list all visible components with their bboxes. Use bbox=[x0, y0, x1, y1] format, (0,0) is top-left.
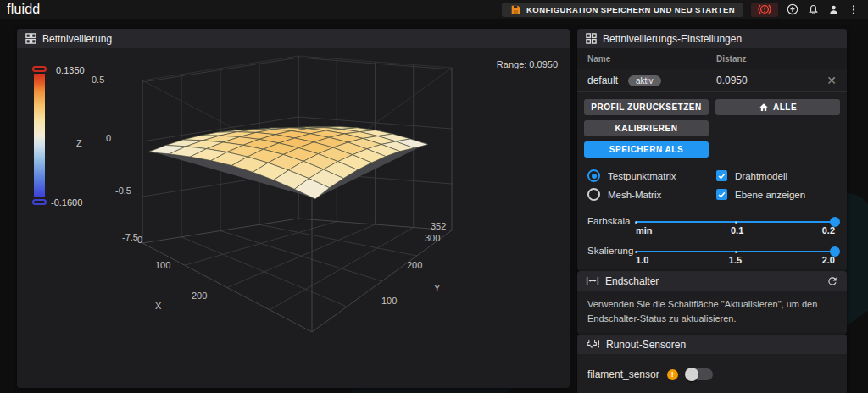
calibrate-button[interactable]: KALIBRIEREN bbox=[584, 120, 709, 136]
settings-panel-title: Bettnivellierungs-Einstellungen bbox=[603, 33, 742, 45]
app-bar: fluidd KONFIGURATION SPEICHERN UND NEU S… bbox=[0, 0, 868, 19]
radio-mesh-matrix-label: Mesh-Matrix bbox=[608, 190, 661, 200]
refresh-endstops-button[interactable] bbox=[826, 275, 838, 287]
checkbox-flat-plane-label: Ebene anzeigen bbox=[735, 190, 805, 200]
bed-mesh-settings-panel: Bettnivellierungs-Einstellungen Name Dis… bbox=[577, 29, 847, 271]
svg-text:100: 100 bbox=[155, 260, 170, 270]
svg-text:300: 300 bbox=[425, 233, 440, 243]
arrow-up-circle-icon bbox=[786, 3, 799, 16]
checkbox-flat-plane[interactable]: Ebene anzeigen bbox=[716, 188, 837, 201]
reset-profile-button[interactable]: PROFIL ZURÜCKSETZEN bbox=[584, 99, 709, 115]
svg-text:0: 0 bbox=[137, 235, 142, 245]
column-distanz: Distanz bbox=[716, 54, 837, 64]
kebab-menu-icon bbox=[848, 3, 860, 16]
grid-icon bbox=[25, 33, 36, 44]
slider-tick: 1.0 bbox=[636, 255, 648, 265]
mesh-range-label: Range: 0.0950 bbox=[497, 59, 558, 69]
radio-probed-matrix[interactable]: Testpunktmatrix bbox=[587, 169, 716, 182]
close-icon[interactable]: ✕ bbox=[826, 75, 837, 86]
svg-text:200: 200 bbox=[407, 260, 422, 270]
svg-text:200: 200 bbox=[192, 291, 207, 301]
colorbar: 0.1350 -0.1600 bbox=[32, 66, 134, 205]
radio-mesh-matrix[interactable]: Mesh-Matrix bbox=[587, 188, 716, 201]
colorbar-min-cap bbox=[32, 199, 47, 205]
slider-tick: 1.5 bbox=[729, 255, 742, 265]
settings-panel-header[interactable]: Bettnivellierungs-Einstellungen bbox=[577, 29, 847, 48]
grid-icon bbox=[586, 33, 597, 44]
sensor-name: filament_sensor bbox=[587, 368, 659, 380]
slider-tick: 0.1 bbox=[731, 225, 743, 235]
slider-tick: min bbox=[636, 225, 653, 235]
runout-panel-title: Runout-Sensoren bbox=[606, 339, 686, 351]
emergency-stop-icon bbox=[758, 3, 771, 16]
colorbar-max-cap bbox=[32, 66, 47, 72]
nozzle-alert-icon bbox=[586, 339, 600, 351]
home-all-label: ALLE bbox=[773, 102, 797, 112]
svg-text:-7.5: -7.5 bbox=[122, 232, 138, 242]
alert-circle-icon: ! bbox=[667, 369, 678, 380]
notifications-button[interactable] bbox=[807, 3, 820, 16]
radio-icon bbox=[587, 188, 600, 201]
endstops-help-text: Verwenden Sie die Schaltfläche "Aktualis… bbox=[577, 291, 847, 335]
color-scale-slider[interactable]: min 0.1 0.2 bbox=[636, 215, 835, 235]
profile-distanz: 0.0950 bbox=[716, 75, 826, 86]
update-button[interactable] bbox=[786, 3, 799, 16]
bed-mesh-plot[interactable]: 0.50-0.5-7.50100200100200300352ZXY Range… bbox=[17, 48, 570, 388]
bed-mesh-panel-header[interactable]: Bettnivellierung bbox=[17, 29, 570, 48]
endstops-panel: Endschalter Verwenden Sie die Schaltfläc… bbox=[577, 271, 847, 335]
runout-sensors-panel: Runout-Sensoren filament_sensor ! bbox=[577, 335, 847, 393]
color-scale-slider-label: Farbskala bbox=[587, 215, 636, 235]
radio-probed-matrix-label: Testpunktmatrix bbox=[608, 171, 676, 181]
checkbox-icon bbox=[716, 189, 727, 200]
active-badge: aktiv bbox=[628, 75, 661, 86]
slider-thumb[interactable] bbox=[830, 217, 840, 227]
endstops-panel-header[interactable]: Endschalter bbox=[577, 271, 847, 291]
overflow-menu-button[interactable] bbox=[848, 3, 860, 16]
checkbox-icon bbox=[716, 170, 727, 181]
app-logo[interactable]: fluidd bbox=[7, 2, 40, 17]
svg-text:X: X bbox=[155, 301, 162, 311]
runout-panel-header[interactable]: Runout-Sensoren bbox=[577, 335, 847, 354]
svg-text:352: 352 bbox=[431, 221, 446, 231]
profiles-table-header: Name Distanz bbox=[577, 48, 847, 69]
person-icon bbox=[827, 3, 840, 16]
scale-slider[interactable]: 1.0 1.5 2.0 bbox=[636, 245, 835, 265]
slider-thumb[interactable] bbox=[830, 246, 840, 257]
checkbox-wireframe-label: Drahtmodell bbox=[735, 171, 787, 181]
save-config-restart-button[interactable]: KONFIGURATION SPEICHERN UND NEU STARTEN bbox=[502, 3, 743, 17]
toggle-knob bbox=[685, 368, 698, 381]
right-column: Bettnivellierungs-Einstellungen Name Dis… bbox=[577, 29, 847, 393]
expand-horizontal-icon bbox=[586, 275, 599, 286]
home-all-button[interactable]: ALLE bbox=[715, 99, 840, 115]
profile-name: default bbox=[587, 75, 618, 86]
sensor-toggle[interactable] bbox=[686, 368, 713, 380]
user-button[interactable] bbox=[827, 3, 840, 16]
bell-icon bbox=[807, 3, 820, 16]
save-as-button[interactable]: SPEICHERN ALS bbox=[584, 141, 709, 158]
colorbar-max-label: 0.1350 bbox=[56, 65, 85, 75]
home-icon bbox=[759, 102, 769, 113]
emergency-stop-button[interactable] bbox=[751, 3, 778, 17]
scale-slider-label: Skalierung bbox=[587, 245, 636, 265]
checkbox-wireframe[interactable]: Drahtmodell bbox=[716, 169, 837, 182]
bed-mesh-panel-title: Bettnivellierung bbox=[42, 33, 112, 45]
refresh-icon bbox=[826, 275, 838, 287]
save-icon bbox=[510, 4, 521, 15]
svg-text:100: 100 bbox=[381, 296, 397, 306]
column-name: Name bbox=[587, 54, 716, 64]
bed-mesh-panel: Bettnivellierung 0.50-0.5-7.501002001002… bbox=[17, 29, 570, 388]
endstops-panel-title: Endschalter bbox=[605, 275, 659, 287]
table-row[interactable]: default aktiv 0.0950 ✕ bbox=[577, 69, 847, 92]
colorbar-min-label: -0.1600 bbox=[51, 197, 82, 208]
svg-text:Y: Y bbox=[434, 283, 441, 293]
colorbar-gradient bbox=[34, 74, 45, 197]
save-config-restart-label: KONFIGURATION SPEICHERN UND NEU STARTEN bbox=[526, 5, 735, 14]
radio-icon bbox=[587, 169, 600, 182]
